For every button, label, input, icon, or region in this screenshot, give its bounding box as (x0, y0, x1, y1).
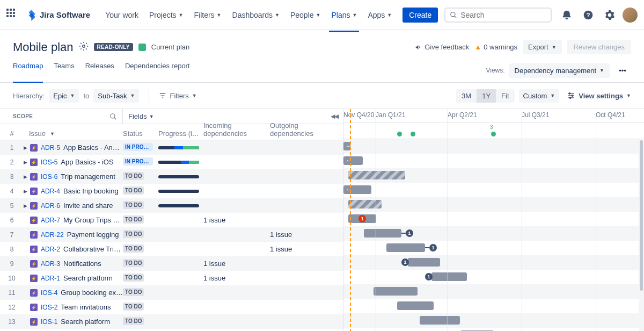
issue-key[interactable]: ADR-6 (41, 202, 60, 210)
gantt-bar[interactable]: ← (343, 185, 371, 194)
jira-logo[interactable]: Jira Software (26, 9, 90, 21)
release-marker[interactable] (491, 132, 496, 136)
more-actions-icon[interactable]: ••• (614, 62, 631, 79)
nav-projects[interactable]: Projects▼ (145, 6, 188, 24)
feedback-link[interactable]: Give feedback (415, 43, 469, 51)
gantt-bar[interactable] (348, 200, 382, 208)
issue-row[interactable]: 7 ADR-22 Payment logging TO DO 1 issue (0, 227, 343, 242)
issue-panel: SCOPE Fields ▼ ◀ ◀ # Issue ▼ Status Prog… (0, 109, 343, 331)
views-selector[interactable]: Dependency management ▼ (509, 63, 610, 78)
nav-dashboards[interactable]: Dashboards▼ (228, 6, 284, 24)
expand-toggle[interactable]: ▶ (24, 189, 30, 194)
gantt-bar[interactable] (420, 316, 460, 325)
dependency-badge[interactable]: 1 (425, 273, 433, 280)
status-pill: TO DO (123, 230, 144, 238)
expand-toggle[interactable]: ▶ (24, 174, 30, 179)
issue-key[interactable]: IOS-5 (41, 159, 57, 166)
dependency-badge[interactable]: 1 (358, 215, 366, 222)
gantt-bar[interactable] (397, 301, 434, 310)
issue-key[interactable]: ADR-1 (41, 275, 60, 282)
issue-key[interactable]: ADR-4 (41, 188, 60, 195)
issue-row[interactable]: 5 ▶ ADR-6 Invite and share TO DO (0, 198, 343, 213)
issue-row[interactable]: 2 ▶ IOS-5 App Basics - iOS IN PROGRESS (0, 155, 343, 169)
gantt-bar[interactable] (386, 243, 425, 252)
gantt-bar[interactable] (431, 272, 467, 281)
gantt-bar[interactable] (408, 258, 440, 267)
issue-row[interactable]: 14 IOS-3 Social media integratio… TO DO (0, 329, 343, 331)
issue-key[interactable]: ADR-2 (41, 246, 60, 253)
issue-row[interactable]: 10 ADR-1 Search platform TO DO 1 issue (0, 271, 343, 285)
notifications-icon[interactable] (558, 6, 575, 24)
expand-toggle[interactable]: ▶ (24, 203, 30, 208)
issue-row[interactable]: 4 ▶ ADR-4 Basic trip booking TO DO (0, 184, 343, 198)
tab-teams[interactable]: Teams (54, 62, 74, 82)
warnings-link[interactable]: ▲ 0 warnings (474, 43, 517, 51)
nav-apps[interactable]: Apps▼ (363, 6, 396, 24)
issue-row[interactable]: 8 ADR-2 Collaborative Trip boo… TO DO 1 … (0, 242, 343, 256)
export-button[interactable]: Export ▼ (523, 40, 562, 54)
expand-toggle[interactable]: ▶ (24, 160, 30, 165)
issue-key[interactable]: ADR-22 (41, 231, 64, 239)
tab-roadmap[interactable]: Roadmap (13, 62, 43, 82)
vertical-scrollbar[interactable] (639, 139, 644, 331)
release-marker[interactable] (411, 132, 415, 136)
tab-dependencies-report[interactable]: Dependencies report (125, 62, 190, 82)
filters-button[interactable]: Filters ▼ (159, 92, 196, 100)
search-box[interactable] (444, 8, 552, 23)
issue-row[interactable]: 9 ADR-3 Notifications TO DO 1 issue (0, 256, 343, 271)
timescale-1y[interactable]: 1Y (477, 89, 496, 103)
issue-key[interactable]: IOS-2 (41, 304, 57, 311)
nav-your-work[interactable]: Your work (101, 6, 143, 24)
expand-toggle[interactable]: ▶ (24, 145, 30, 150)
gantt-bar[interactable] (348, 171, 405, 179)
review-changes-button[interactable]: Review changes (567, 40, 631, 54)
help-icon[interactable]: ? (580, 6, 597, 24)
gantt-bar[interactable]: ← (343, 142, 350, 150)
timescale-3m[interactable]: 3M (456, 89, 477, 103)
issue-key[interactable]: IOS-6 (41, 173, 57, 181)
overflow-arrow-icon: ← (346, 143, 351, 149)
col-issue[interactable]: Issue ▼ (24, 129, 123, 138)
tab-releases[interactable]: Releases (85, 62, 114, 82)
status-pill: TO DO (123, 274, 144, 282)
nav-plans[interactable]: Plans▼ (327, 6, 361, 24)
dependency-badge[interactable]: 1 (401, 258, 409, 266)
fields-selector[interactable]: Fields ▼ (128, 112, 154, 120)
gantt-bar[interactable]: ← (343, 156, 363, 165)
settings-icon[interactable] (601, 6, 618, 24)
search-input[interactable] (460, 11, 546, 19)
issue-row[interactable]: 6 ADR-7 My Group Trips Overv… TO DO 1 is… (0, 213, 343, 227)
release-count: 3 (490, 124, 493, 130)
issue-row[interactable]: 11 IOS-4 Group booking experie… TO DO (0, 285, 343, 300)
release-marker[interactable] (397, 132, 402, 136)
issue-row[interactable]: 12 IOS-2 Team invitations TO DO (0, 300, 343, 314)
chevron-down-icon: ▼ (192, 93, 197, 98)
issue-row[interactable]: 1 ▶ ADR-5 App Basics - Android IN PROGRE… (0, 140, 343, 155)
issue-summary: Payment logging (67, 231, 119, 239)
timescale-fit[interactable]: Fit (496, 89, 514, 103)
gantt-bar[interactable] (364, 229, 401, 238)
issue-key[interactable]: IOS-1 (41, 318, 57, 326)
create-button[interactable]: Create (402, 8, 438, 23)
app-switcher-icon[interactable] (6, 9, 19, 21)
issue-key[interactable]: ADR-7 (41, 217, 60, 224)
nav-people[interactable]: People▼ (286, 6, 325, 24)
timescale-custom[interactable]: Custom ▼ (519, 89, 560, 103)
issue-row[interactable]: 3 ▶ IOS-6 Trip management TO DO (0, 169, 343, 184)
nav-filters[interactable]: Filters▼ (189, 6, 225, 24)
issue-row[interactable]: 13 IOS-1 Search platform TO DO (0, 314, 343, 329)
issue-key[interactable]: ADR-3 (41, 260, 60, 268)
issue-key[interactable]: IOS-4 (41, 289, 57, 297)
gantt-bar[interactable] (374, 287, 418, 296)
hierarchy-to[interactable]: Sub-Task ▼ (93, 89, 139, 103)
search-icon[interactable] (109, 113, 117, 120)
issue-key[interactable]: ADR-5 (41, 144, 60, 152)
hierarchy-from[interactable]: Epic ▼ (49, 89, 79, 103)
timeline-period-label: Oct Q4/21 (596, 111, 625, 119)
view-settings-button[interactable]: View settings ▼ (567, 91, 631, 100)
user-avatar[interactable] (623, 8, 638, 23)
collapse-columns-icon[interactable]: ◀ ◀ (331, 113, 338, 120)
plan-settings-icon[interactable] (79, 41, 89, 53)
dependency-badge[interactable]: 1 (429, 244, 437, 251)
dependency-badge[interactable]: 1 (406, 229, 413, 237)
